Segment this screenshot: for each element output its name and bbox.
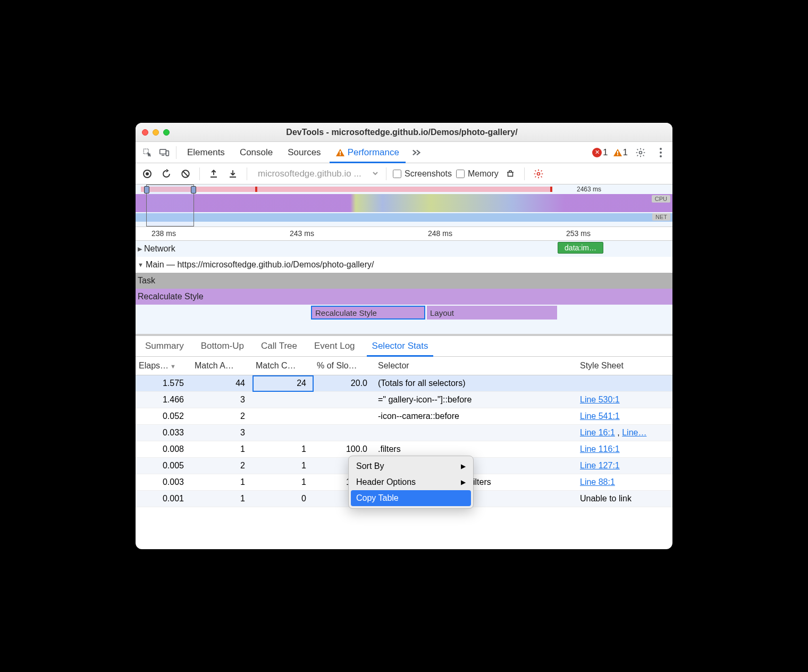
col-match-attempts[interactable]: Match A… — [191, 357, 252, 375]
svg-point-10 — [660, 155, 662, 157]
close-window-button[interactable] — [142, 129, 148, 136]
garbage-collect-icon[interactable] — [503, 166, 518, 181]
svg-rect-6 — [617, 154, 618, 155]
network-track[interactable]: Network data:im… — [136, 241, 672, 257]
warning-icon — [613, 149, 622, 156]
profile-selector[interactable]: microsoftedge.github.io ... — [254, 166, 380, 181]
minimize-window-button[interactable] — [153, 129, 159, 136]
upload-icon[interactable] — [206, 166, 221, 181]
screenshots-checkbox[interactable]: Screenshots — [393, 169, 452, 179]
table-row[interactable]: 0.0522-icon--camera::beforeLine 541:1 — [136, 408, 672, 425]
task-row[interactable]: Task — [136, 273, 672, 289]
ctx-copy-table[interactable]: Copy Table — [351, 490, 471, 506]
tab-performance[interactable]: Performance — [330, 142, 406, 163]
dtab-call-tree[interactable]: Call Tree — [256, 335, 302, 357]
svg-point-8 — [660, 148, 662, 150]
clear-button[interactable] — [178, 166, 193, 181]
main-track[interactable]: Main — https://microsoftedge.github.io/D… — [136, 257, 672, 273]
warnings-indicator[interactable]: 1 — [613, 147, 628, 158]
overview-handle-left[interactable] — [144, 186, 149, 194]
warning-icon — [336, 149, 344, 156]
settings-icon[interactable] — [633, 145, 648, 160]
inspect-icon[interactable] — [140, 145, 155, 160]
stylesheet-link[interactable]: Line 88:1 — [580, 477, 615, 486]
net-band: NET — [136, 213, 672, 222]
cpu-band: CPU — [136, 194, 672, 212]
reload-button[interactable] — [159, 166, 174, 181]
titlebar: DevTools - microsoftedge.github.io/Demos… — [136, 123, 672, 142]
dtab-selector-stats[interactable]: Selector Stats — [367, 335, 434, 357]
recalc-full[interactable]: Recalculate Style — [136, 289, 672, 305]
svg-rect-4 — [340, 154, 341, 155]
chevron-right-icon: ▶ — [461, 478, 466, 486]
kebab-icon[interactable] — [653, 145, 668, 160]
main-tabstrip: Elements Console Sources Performance ✕ 1… — [136, 142, 672, 163]
table-row[interactable]: 0.0333Line 16:1 , Line… — [136, 425, 672, 441]
svg-rect-5 — [617, 151, 618, 154]
overview-handle-right[interactable] — [191, 186, 196, 194]
svg-rect-3 — [340, 151, 341, 154]
detail-tabs: Summary Bottom-Up Call Tree Event Log Se… — [136, 335, 672, 357]
ctx-sort-by[interactable]: Sort By▶ — [351, 458, 471, 474]
devtools-window: DevTools - microsoftedge.github.io/Demos… — [136, 123, 672, 549]
dtab-event-log[interactable]: Event Log — [309, 335, 360, 357]
ctx-header-options[interactable]: Header Options▶ — [351, 474, 471, 490]
network-entry[interactable]: data:im… — [558, 242, 603, 254]
dtab-summary[interactable]: Summary — [140, 335, 189, 357]
stylesheet-link[interactable]: Line… — [622, 428, 646, 437]
stylesheet-link[interactable]: Line 127:1 — [580, 461, 620, 470]
col-match-count[interactable]: Match C… — [252, 357, 314, 375]
svg-rect-1 — [160, 149, 166, 154]
svg-rect-2 — [166, 150, 169, 155]
svg-point-7 — [639, 151, 642, 154]
flamegraph[interactable]: Network data:im… Main — https://microsof… — [136, 241, 672, 335]
col-pct-slow[interactable]: % of Slo… — [314, 357, 375, 375]
download-icon[interactable] — [225, 166, 240, 181]
errors-indicator[interactable]: ✕ 1 — [592, 147, 608, 158]
record-button[interactable] — [140, 166, 155, 181]
window-title: DevTools - microsoftedge.github.io/Demos… — [174, 128, 630, 137]
col-selector[interactable]: Selector — [375, 357, 577, 375]
col-elapsed[interactable]: Elaps… — [136, 357, 191, 375]
svg-point-12 — [146, 172, 149, 175]
tab-sources[interactable]: Sources — [281, 142, 327, 163]
stylesheet-link[interactable]: Line 530:1 — [580, 395, 620, 404]
error-icon: ✕ — [592, 148, 602, 157]
tab-elements[interactable]: Elements — [181, 142, 231, 163]
zoom-window-button[interactable] — [163, 129, 170, 136]
col-stylesheet[interactable]: Style Sheet — [577, 357, 672, 375]
memory-checkbox[interactable]: Memory — [456, 169, 499, 179]
table-row[interactable]: 1.4663=" gallery-icon--"]::beforeLine 53… — [136, 392, 672, 408]
overview-window[interactable] — [146, 184, 194, 226]
context-menu: Sort By▶ Header Options▶ Copy Table — [348, 456, 474, 509]
layout-block[interactable]: Layout — [427, 306, 557, 320]
svg-point-9 — [660, 152, 662, 154]
performance-toolbar: microsoftedge.github.io ... Screenshots … — [136, 163, 672, 184]
table-row[interactable]: 1.575442420.0(Totals for all selectors) — [136, 375, 672, 392]
svg-point-14 — [537, 172, 540, 175]
device-toggle-icon[interactable] — [157, 145, 172, 160]
recalc-selected[interactable]: Recalculate Style — [311, 306, 425, 320]
table-row[interactable]: 0.00811100.0.filtersLine 116:1 — [136, 441, 672, 458]
tab-console[interactable]: Console — [233, 142, 279, 163]
dtab-bottom-up[interactable]: Bottom-Up — [196, 335, 249, 357]
time-ruler: 238 ms 243 ms 248 ms 253 ms — [136, 227, 672, 241]
more-tabs-button[interactable] — [408, 149, 426, 156]
selector-stats-table: Elaps… Match A… Match C… % of Slo… Selec… — [136, 357, 672, 549]
capture-settings-icon[interactable] — [531, 166, 546, 181]
stylesheet-link[interactable]: Line 541:1 — [580, 411, 620, 421]
timeline-overview[interactable]: 463 ms 963 ms 1463 ms 1963 ms 2463 ms CP… — [136, 184, 672, 227]
stylesheet-link[interactable]: Line 16:1 — [580, 428, 615, 437]
chevron-right-icon: ▶ — [461, 463, 466, 470]
stylesheet-link[interactable]: Line 116:1 — [580, 444, 620, 453]
